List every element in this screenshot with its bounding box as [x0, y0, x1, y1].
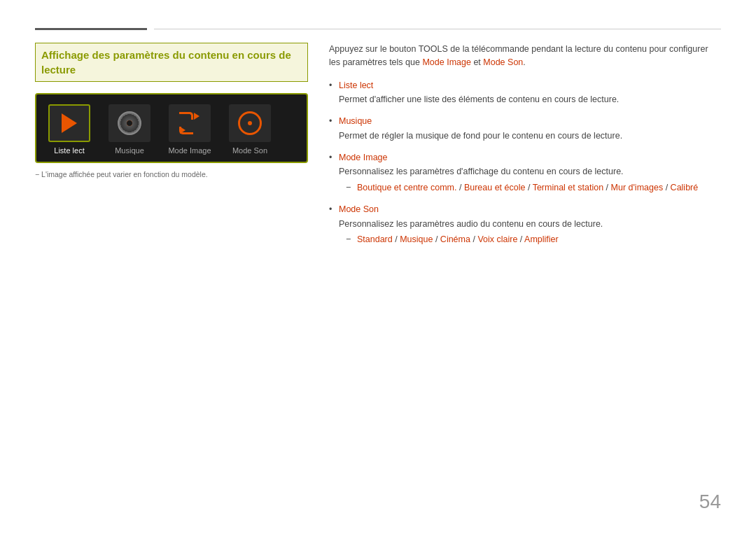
- mode-son-sub-item: Standard / Musique / Cinéma / Voix clair…: [346, 233, 721, 246]
- section-mode-son-title: Mode Son: [339, 204, 379, 214]
- swap-top-arc: [179, 112, 193, 120]
- swap-top-arrow: [194, 113, 200, 120]
- player-item-musique: Musique: [105, 104, 154, 155]
- standard-link[interactable]: Standard: [357, 234, 393, 244]
- section-musique-desc: Permet de régler la musique de fond pour…: [339, 129, 721, 143]
- liste-lect-icon-bg: [48, 104, 90, 142]
- mode-image-label: Mode Image: [168, 146, 211, 155]
- mode-image-sub-list: Boutique et centre comm. / Bureau et éco…: [339, 181, 721, 195]
- boutique-link[interactable]: Boutique et centre comm.: [357, 183, 456, 192]
- sound-dot: [248, 121, 252, 125]
- intro-text: Appuyez sur le bouton TOOLS de la téléco…: [329, 43, 721, 69]
- player-item-liste-lect: Liste lect: [45, 104, 94, 155]
- section-mode-son-desc: Personnalisez les paramètres audio du co…: [339, 218, 721, 231]
- mode-son-icon-bg: [229, 104, 271, 142]
- right-column: Appuyez sur le bouton TOOLS de la téléco…: [329, 43, 721, 255]
- rule-right: [154, 29, 721, 29]
- left-column: Affichage des paramètres du contenu en c…: [35, 43, 308, 255]
- sep1: /: [459, 183, 464, 192]
- widget-note: L'image affichée peut varier en fonction…: [35, 170, 308, 178]
- sep6: /: [435, 234, 440, 244]
- section-mode-son: Mode Son Personnalisez les paramètres au…: [329, 203, 721, 246]
- mode-image-icon-bg: [169, 104, 211, 142]
- cd-icon: [118, 111, 141, 135]
- sep3: /: [606, 183, 611, 192]
- musique-audio-link[interactable]: Musique: [400, 234, 433, 244]
- mode-son-link[interactable]: Mode Son: [483, 57, 523, 67]
- section-liste-lect-desc: Permet d'afficher une liste des éléments…: [339, 93, 721, 106]
- voix-claire-link[interactable]: Voix claire: [477, 234, 517, 244]
- play-icon: [62, 113, 77, 133]
- section-musique: Musique Permet de régler la musique de f…: [329, 115, 721, 143]
- content-area: Affichage des paramètres du contenu en c…: [35, 43, 721, 255]
- mode-image-link[interactable]: Mode Image: [422, 57, 470, 67]
- swap-bot-arrow: [180, 127, 186, 134]
- player-widget: Liste lect Musique: [35, 93, 308, 163]
- player-item-mode-image: Mode Image: [165, 104, 214, 155]
- amplifier-link[interactable]: Amplifier: [524, 234, 559, 244]
- player-item-mode-son: Mode Son: [225, 104, 274, 155]
- mode-image-sub-item: Boutique et centre comm. / Bureau et éco…: [346, 181, 721, 195]
- section-mode-image: Mode Image Personnalisez les paramètres …: [329, 151, 721, 195]
- rule-left: [35, 28, 147, 30]
- musique-icon-bg: [108, 104, 150, 142]
- section-mode-image-title: Mode Image: [339, 153, 387, 162]
- sep2: /: [528, 183, 533, 192]
- section-liste-lect-title: Liste lect: [339, 80, 373, 90]
- mode-son-sub-list: Standard / Musique / Cinéma / Voix clair…: [339, 233, 721, 246]
- section-mode-image-desc: Personnalisez les paramètres d'affichage…: [339, 165, 721, 178]
- page-container: Affichage des paramètres du contenu en c…: [0, 0, 756, 534]
- page-title: Affichage des paramètres du contenu en c…: [35, 43, 308, 82]
- sep4: /: [666, 183, 671, 192]
- mur-link[interactable]: Mur d'images: [611, 183, 664, 192]
- section-liste-lect: Liste lect Permet d'afficher une liste d…: [329, 79, 721, 107]
- page-number: 54: [699, 491, 721, 513]
- musique-label: Musique: [115, 146, 144, 155]
- cinema-link[interactable]: Cinéma: [440, 234, 470, 244]
- calibre-link[interactable]: Calibré: [671, 183, 699, 192]
- sound-icon: [238, 111, 262, 135]
- swap-icon: [177, 111, 202, 136]
- intro-et: et: [473, 57, 483, 67]
- terminal-link[interactable]: Terminal et station: [533, 183, 603, 192]
- mode-son-options: Standard / Musique / Cinéma / Voix clair…: [357, 234, 559, 244]
- liste-lect-label: Liste lect: [54, 146, 84, 155]
- section-musique-title: Musique: [339, 116, 372, 126]
- bureau-link[interactable]: Bureau et école: [464, 183, 526, 192]
- cd-center: [127, 120, 132, 126]
- mode-image-options: Boutique et centre comm. / Bureau et éco…: [357, 183, 698, 192]
- sections-list: Liste lect Permet d'afficher une liste d…: [329, 79, 721, 247]
- mode-son-label: Mode Son: [232, 146, 267, 155]
- top-rules: [35, 28, 721, 30]
